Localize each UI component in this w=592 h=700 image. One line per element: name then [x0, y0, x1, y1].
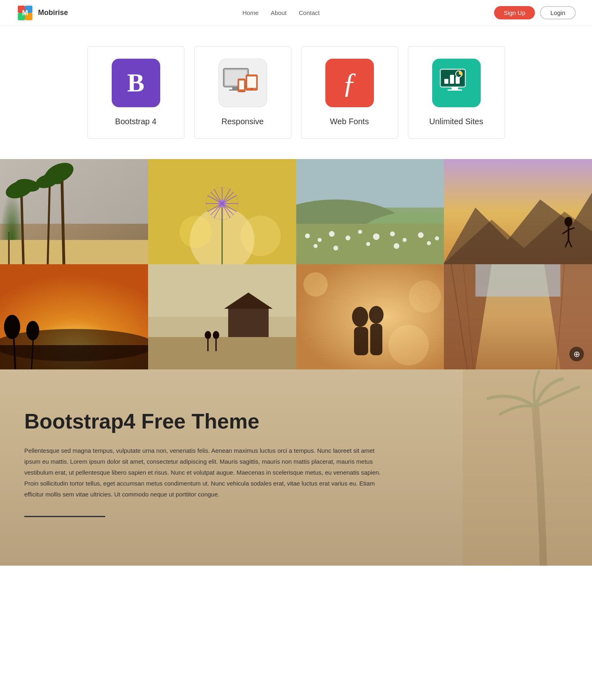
nav-link-about[interactable]: About [271, 9, 286, 16]
feature-card-webfonts: ƒ Web Fonts [301, 46, 398, 139]
gallery-cell-6 [148, 264, 296, 369]
svg-rect-24 [448, 89, 462, 91]
navbar: M Mobirise Home About Contact Sign Up Lo… [0, 0, 592, 26]
svg-point-109 [369, 306, 383, 324]
svg-rect-111 [370, 324, 382, 355]
nav-link-home[interactable]: Home [242, 9, 259, 16]
responsive-devices-icon [223, 67, 263, 99]
feature-label-responsive: Responsive [221, 117, 264, 126]
features-section: B Bootstrap 4 Responsive [0, 26, 592, 159]
svg-rect-12 [247, 76, 256, 88]
svg-rect-110 [354, 327, 368, 355]
gallery-cell-4 [444, 159, 592, 264]
gallery-image-6 [148, 264, 296, 369]
gallery-cell-3 [296, 159, 444, 264]
svg-point-13 [251, 88, 253, 90]
gallery-image-2 [148, 159, 296, 264]
svg-point-77 [393, 243, 399, 249]
svg-point-71 [402, 238, 406, 242]
section-title: Bootstrap4 Free Theme [24, 410, 568, 433]
nav-link-contact[interactable]: Contact [299, 9, 320, 16]
svg-point-100 [205, 331, 211, 339]
gallery-image-5 [0, 264, 148, 369]
svg-point-94 [26, 321, 39, 340]
svg-rect-26 [0, 159, 148, 224]
svg-point-39 [240, 216, 281, 256]
unlimited-icon-wrap [432, 59, 481, 107]
section-body: Pellentesque sed magna tempus, vulputate… [24, 445, 388, 500]
gallery-cell-5 [0, 264, 148, 369]
bootstrap-b-icon: B [127, 70, 144, 96]
gallery-image-1 [0, 159, 148, 264]
gallery-image-3 [296, 159, 444, 264]
svg-point-105 [303, 272, 327, 297]
svg-point-108 [352, 307, 368, 327]
text-section: Bootstrap4 Free Theme Pellentesque sed m… [0, 369, 592, 566]
svg-point-107 [388, 325, 429, 365]
gallery-cell-7 [296, 264, 444, 369]
svg-point-74 [313, 244, 317, 248]
gallery-cell-1 [0, 159, 148, 264]
gallery-cell-8: ⊕ [444, 264, 592, 369]
svg-point-69 [373, 233, 379, 240]
svg-line-34 [62, 175, 64, 264]
svg-point-38 [180, 216, 212, 248]
svg-point-75 [333, 246, 338, 250]
svg-point-78 [426, 241, 431, 245]
section-divider [24, 516, 105, 517]
svg-point-68 [358, 230, 362, 234]
svg-point-65 [317, 238, 321, 242]
feature-label-webfonts: Web Fonts [330, 117, 369, 126]
feature-label-bootstrap: Bootstrap 4 [115, 117, 156, 126]
login-button[interactable]: Login [540, 6, 576, 19]
webfonts-f-icon: ƒ [342, 66, 357, 100]
webfonts-icon-wrap: ƒ [325, 59, 374, 107]
svg-rect-15 [239, 81, 244, 89]
feature-label-unlimited: Unlimited Sites [429, 117, 483, 126]
zoom-button[interactable]: ⊕ [569, 347, 584, 361]
gallery-image-4 [444, 159, 592, 264]
svg-point-16 [241, 90, 242, 91]
gallery-cell-2 [148, 159, 296, 264]
svg-point-70 [390, 231, 395, 236]
svg-point-73 [435, 236, 439, 240]
svg-point-102 [213, 331, 219, 339]
svg-rect-98 [228, 309, 269, 337]
nav-actions: Sign Up Login [494, 6, 576, 19]
text-section-wrapper: Bootstrap4 Free Theme Pellentesque sed m… [0, 369, 592, 566]
svg-point-106 [408, 280, 441, 313]
svg-point-92 [4, 315, 20, 339]
svg-point-67 [345, 235, 350, 240]
svg-point-76 [366, 242, 370, 246]
svg-point-82 [564, 217, 573, 227]
unlimited-sites-icon [436, 67, 477, 99]
responsive-icon-wrap [219, 59, 267, 107]
signup-button[interactable]: Sign Up [494, 6, 535, 19]
svg-rect-60 [296, 159, 444, 208]
svg-rect-21 [456, 77, 460, 84]
svg-rect-23 [452, 87, 458, 89]
svg-rect-19 [444, 79, 448, 84]
feature-card-unlimited: Unlimited Sites [408, 46, 505, 139]
feature-card-responsive: Responsive [194, 46, 291, 139]
svg-point-72 [418, 232, 423, 238]
svg-rect-20 [450, 75, 454, 84]
mobirise-logo: M [16, 4, 34, 22]
nav-brand: M Mobirise [16, 4, 68, 22]
svg-point-90 [0, 329, 148, 361]
nav-links: Home About Contact [242, 9, 320, 16]
gallery-section: ⊕ [0, 159, 592, 369]
brand-name: Mobirise [38, 8, 68, 17]
svg-point-64 [305, 233, 310, 238]
svg-rect-97 [148, 337, 296, 369]
svg-point-66 [329, 231, 334, 237]
svg-rect-96 [148, 264, 296, 317]
svg-rect-118 [475, 264, 560, 297]
gallery-image-7 [296, 264, 444, 369]
bootstrap-icon-wrap: B [112, 59, 160, 107]
svg-text:M: M [22, 9, 28, 17]
feature-card-bootstrap: B Bootstrap 4 [87, 46, 185, 139]
